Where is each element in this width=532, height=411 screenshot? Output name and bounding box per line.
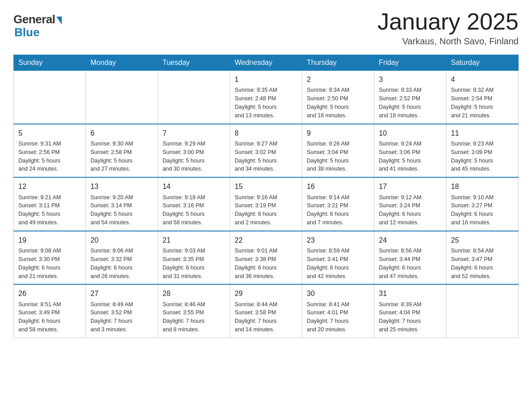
day-number: 2 bbox=[307, 74, 369, 85]
calendar-cell: 21Sunrise: 9:03 AMSunset: 3:35 PMDayligh… bbox=[158, 231, 230, 285]
day-number: 29 bbox=[235, 288, 297, 299]
day-info: Sunrise: 9:29 AMSunset: 3:00 PMDaylight:… bbox=[163, 141, 205, 172]
day-number: 30 bbox=[307, 288, 369, 299]
day-number: 10 bbox=[379, 128, 442, 138]
day-number: 13 bbox=[90, 181, 153, 192]
day-info: Sunrise: 9:26 AMSunset: 3:04 PMDaylight:… bbox=[307, 141, 349, 172]
calendar-cell: 3Sunrise: 9:33 AMSunset: 2:52 PMDaylight… bbox=[374, 71, 446, 124]
day-number: 17 bbox=[379, 181, 442, 192]
weekday-header-thursday: Thursday bbox=[302, 55, 374, 71]
day-info: Sunrise: 9:34 AMSunset: 2:50 PMDaylight:… bbox=[307, 87, 349, 119]
calendar-cell: 20Sunrise: 9:06 AMSunset: 3:32 PMDayligh… bbox=[86, 231, 158, 285]
day-number: 20 bbox=[90, 235, 153, 245]
week-row-2: 5Sunrise: 9:31 AMSunset: 2:56 PMDaylight… bbox=[14, 124, 519, 178]
day-info: Sunrise: 9:08 AMSunset: 3:30 PMDaylight:… bbox=[18, 248, 61, 279]
calendar-cell: 30Sunrise: 8:41 AMSunset: 4:01 PMDayligh… bbox=[302, 284, 374, 338]
day-info: Sunrise: 9:33 AMSunset: 2:52 PMDaylight:… bbox=[379, 87, 421, 119]
day-info: Sunrise: 9:27 AMSunset: 3:02 PMDaylight:… bbox=[235, 141, 277, 172]
week-row-4: 19Sunrise: 9:08 AMSunset: 3:30 PMDayligh… bbox=[14, 231, 519, 285]
day-info: Sunrise: 9:23 AMSunset: 3:09 PMDaylight:… bbox=[451, 141, 493, 172]
weekday-header-saturday: Saturday bbox=[446, 55, 519, 71]
location-subtitle: Varkaus, North Savo, Finland bbox=[378, 36, 519, 47]
day-info: Sunrise: 9:30 AMSunset: 2:58 PMDaylight:… bbox=[90, 141, 133, 172]
day-number: 1 bbox=[235, 74, 297, 85]
day-info: Sunrise: 9:21 AMSunset: 3:11 PMDaylight:… bbox=[18, 194, 61, 226]
day-number: 23 bbox=[307, 235, 369, 245]
day-info: Sunrise: 9:03 AMSunset: 3:35 PMDaylight:… bbox=[163, 248, 205, 279]
weekday-header-wednesday: Wednesday bbox=[230, 55, 302, 71]
calendar-cell: 31Sunrise: 8:39 AMSunset: 4:04 PMDayligh… bbox=[374, 284, 446, 338]
calendar-cell: 26Sunrise: 8:51 AMSunset: 3:49 PMDayligh… bbox=[14, 284, 86, 338]
day-number: 6 bbox=[90, 128, 153, 138]
logo-general-text: General bbox=[13, 13, 55, 26]
calendar-cell bbox=[14, 71, 86, 124]
calendar-cell bbox=[158, 71, 230, 124]
day-number: 7 bbox=[163, 128, 225, 138]
day-info: Sunrise: 9:32 AMSunset: 2:54 PMDaylight:… bbox=[451, 87, 493, 119]
day-info: Sunrise: 8:46 AMSunset: 3:55 PMDaylight:… bbox=[163, 301, 205, 333]
calendar-cell bbox=[446, 284, 519, 338]
calendar-cell: 15Sunrise: 9:16 AMSunset: 3:19 PMDayligh… bbox=[230, 177, 302, 231]
day-number: 28 bbox=[163, 288, 225, 299]
day-info: Sunrise: 8:49 AMSunset: 3:52 PMDaylight:… bbox=[90, 301, 133, 333]
day-number: 11 bbox=[451, 128, 514, 138]
day-number: 19 bbox=[18, 235, 81, 245]
calendar-cell: 19Sunrise: 9:08 AMSunset: 3:30 PMDayligh… bbox=[14, 231, 86, 285]
day-info: Sunrise: 9:18 AMSunset: 3:16 PMDaylight:… bbox=[163, 194, 205, 226]
calendar-cell: 7Sunrise: 9:29 AMSunset: 3:00 PMDaylight… bbox=[158, 124, 230, 178]
day-number: 12 bbox=[18, 181, 81, 192]
day-number: 3 bbox=[379, 74, 442, 85]
logo: General Blue bbox=[13, 13, 62, 39]
weekday-header-monday: Monday bbox=[86, 55, 158, 71]
calendar-cell: 12Sunrise: 9:21 AMSunset: 3:11 PMDayligh… bbox=[14, 177, 86, 231]
calendar-cell: 6Sunrise: 9:30 AMSunset: 2:58 PMDaylight… bbox=[86, 124, 158, 178]
weekday-header-friday: Friday bbox=[374, 55, 446, 71]
calendar-cell: 1Sunrise: 9:35 AMSunset: 2:48 PMDaylight… bbox=[230, 71, 302, 124]
calendar-cell: 13Sunrise: 9:20 AMSunset: 3:14 PMDayligh… bbox=[86, 177, 158, 231]
day-info: Sunrise: 8:56 AMSunset: 3:44 PMDaylight:… bbox=[379, 248, 421, 279]
calendar-cell: 24Sunrise: 8:56 AMSunset: 3:44 PMDayligh… bbox=[374, 231, 446, 285]
day-info: Sunrise: 9:16 AMSunset: 3:19 PMDaylight:… bbox=[235, 194, 277, 226]
month-title: January 2025 bbox=[378, 9, 519, 34]
calendar-cell: 18Sunrise: 9:10 AMSunset: 3:27 PMDayligh… bbox=[446, 177, 519, 231]
calendar-cell: 8Sunrise: 9:27 AMSunset: 3:02 PMDaylight… bbox=[230, 124, 302, 178]
week-row-3: 12Sunrise: 9:21 AMSunset: 3:11 PMDayligh… bbox=[14, 177, 519, 231]
day-info: Sunrise: 8:51 AMSunset: 3:49 PMDaylight:… bbox=[18, 301, 61, 333]
day-number: 15 bbox=[235, 181, 297, 192]
calendar-cell: 17Sunrise: 9:12 AMSunset: 3:24 PMDayligh… bbox=[374, 177, 446, 231]
calendar-cell: 4Sunrise: 9:32 AMSunset: 2:54 PMDaylight… bbox=[446, 71, 519, 124]
calendar-cell: 11Sunrise: 9:23 AMSunset: 3:09 PMDayligh… bbox=[446, 124, 519, 178]
day-number: 8 bbox=[235, 128, 297, 138]
logo-arrow-icon bbox=[56, 17, 62, 25]
calendar-cell: 27Sunrise: 8:49 AMSunset: 3:52 PMDayligh… bbox=[86, 284, 158, 338]
day-info: Sunrise: 9:20 AMSunset: 3:14 PMDaylight:… bbox=[90, 194, 133, 226]
calendar-table: SundayMondayTuesdayWednesdayThursdayFrid… bbox=[13, 55, 519, 338]
calendar-cell: 22Sunrise: 9:01 AMSunset: 3:38 PMDayligh… bbox=[230, 231, 302, 285]
day-info: Sunrise: 8:59 AMSunset: 3:41 PMDaylight:… bbox=[307, 248, 349, 279]
day-number: 21 bbox=[163, 235, 225, 245]
page-header: General Blue January 2025 Varkaus, North… bbox=[13, 9, 519, 47]
day-info: Sunrise: 9:35 AMSunset: 2:48 PMDaylight:… bbox=[235, 87, 277, 119]
day-number: 16 bbox=[307, 181, 369, 192]
day-number: 4 bbox=[451, 74, 514, 85]
day-number: 25 bbox=[451, 235, 514, 245]
day-number: 24 bbox=[379, 235, 442, 245]
week-row-1: 1Sunrise: 9:35 AMSunset: 2:48 PMDaylight… bbox=[14, 71, 519, 124]
day-number: 22 bbox=[235, 235, 297, 245]
calendar-cell bbox=[86, 71, 158, 124]
calendar-cell: 9Sunrise: 9:26 AMSunset: 3:04 PMDaylight… bbox=[302, 124, 374, 178]
calendar-cell: 25Sunrise: 8:54 AMSunset: 3:47 PMDayligh… bbox=[446, 231, 519, 285]
day-number: 5 bbox=[18, 128, 81, 138]
calendar-cell: 16Sunrise: 9:14 AMSunset: 3:21 PMDayligh… bbox=[302, 177, 374, 231]
day-number: 9 bbox=[307, 128, 369, 138]
day-info: Sunrise: 8:44 AMSunset: 3:58 PMDaylight:… bbox=[235, 301, 277, 333]
calendar-cell: 28Sunrise: 8:46 AMSunset: 3:55 PMDayligh… bbox=[158, 284, 230, 338]
day-info: Sunrise: 9:10 AMSunset: 3:27 PMDaylight:… bbox=[451, 194, 493, 226]
day-info: Sunrise: 8:39 AMSunset: 4:04 PMDaylight:… bbox=[379, 301, 421, 333]
calendar-cell: 23Sunrise: 8:59 AMSunset: 3:41 PMDayligh… bbox=[302, 231, 374, 285]
day-info: Sunrise: 9:06 AMSunset: 3:32 PMDaylight:… bbox=[90, 248, 133, 279]
day-number: 14 bbox=[163, 181, 225, 192]
day-info: Sunrise: 9:31 AMSunset: 2:56 PMDaylight:… bbox=[18, 141, 61, 172]
day-info: Sunrise: 9:14 AMSunset: 3:21 PMDaylight:… bbox=[307, 194, 349, 226]
day-info: Sunrise: 8:54 AMSunset: 3:47 PMDaylight:… bbox=[451, 248, 493, 279]
